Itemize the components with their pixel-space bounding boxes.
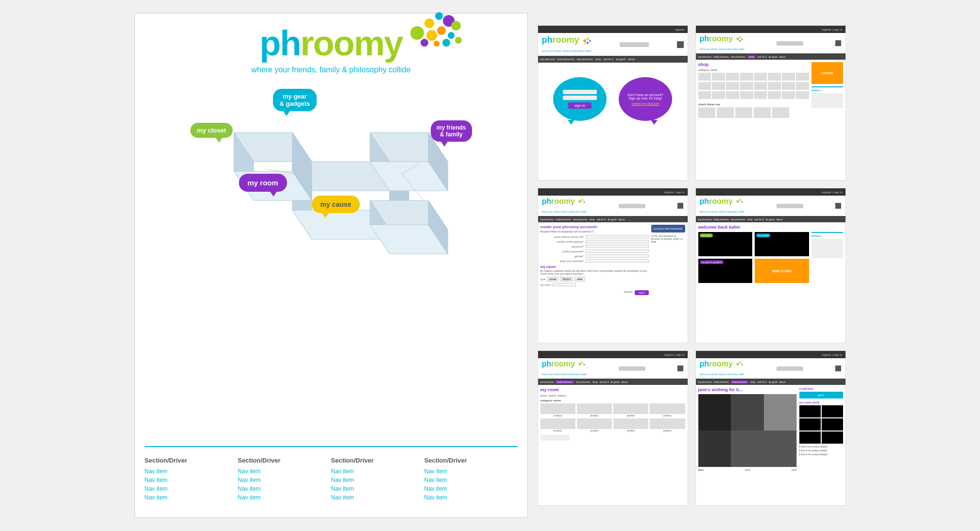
sc-cancel-btn[interactable]: cancel xyxy=(624,290,632,295)
sc-nav-myroom-ask[interactable]: ask for it xyxy=(600,381,609,383)
sc-product-8[interactable]: product xyxy=(650,418,685,432)
sc-nav-about[interactable]: about xyxy=(628,58,635,61)
sc-nav-myroom-shop[interactable]: shop xyxy=(592,381,598,383)
sc-shop-item[interactable] xyxy=(740,82,753,90)
sc-nav-shop-build[interactable]: build phrooms xyxy=(713,55,728,58)
nav-item-3-1[interactable]: Nav item xyxy=(331,468,424,475)
sc-search-login[interactable] xyxy=(620,42,649,47)
sc-nav-wishing-shop[interactable]: shop xyxy=(750,381,756,383)
nav-item-1-3[interactable]: Nav item xyxy=(145,485,238,492)
sc-nav-shop-new[interactable]: new phrooms xyxy=(731,55,745,58)
sc-password-input[interactable] xyxy=(563,96,597,100)
sc-nav-shop[interactable]: shop xyxy=(595,58,601,61)
sc-confirm-pw-field[interactable] xyxy=(586,249,649,253)
sc-check-item-2[interactable] xyxy=(717,107,734,118)
nav-item-3-2[interactable]: Nav item xyxy=(331,477,424,483)
sc-product-6[interactable]: product xyxy=(577,418,612,432)
sc-filter-move[interactable]: move xyxy=(541,394,547,397)
sc-nav-welcome-shop[interactable]: shop xyxy=(747,218,753,221)
nav-item-2-1[interactable]: Nav item xyxy=(238,468,331,475)
sc-product-4[interactable]: product xyxy=(650,403,685,417)
sc-check-item-5[interactable] xyxy=(772,107,789,118)
sc-nav-welcome-good[interactable]: do good xyxy=(765,218,774,221)
sc-zip-field[interactable] xyxy=(552,283,576,286)
sc-search-welcome[interactable] xyxy=(777,204,803,208)
sc-type-school[interactable]: school xyxy=(547,277,558,282)
sc-email-field[interactable] xyxy=(586,235,649,238)
sc-contest-box[interactable]: contest xyxy=(811,62,843,84)
sc-password-field[interactable] xyxy=(586,245,649,248)
sc-nav-shop-top[interactable]: top phrooms xyxy=(698,55,712,58)
sc-nav-reg-build[interactable]: build phrooms xyxy=(556,218,571,221)
sc-shop-item[interactable] xyxy=(754,73,767,81)
sc-product-1[interactable]: product xyxy=(541,403,575,417)
sc-nav-myroom-new[interactable]: new phrooms xyxy=(576,381,591,383)
sc-shop-item[interactable] xyxy=(768,73,781,81)
sc-nav-welcome-build[interactable]: build phrooms xyxy=(713,218,728,221)
sc-nav-ask[interactable]: ask for it xyxy=(604,58,614,61)
sc-shop-item[interactable] xyxy=(698,73,711,81)
sc-product-3[interactable]: product xyxy=(613,403,648,417)
sc-nav-wishing-good[interactable]: do good xyxy=(768,381,777,383)
sc-shop-item[interactable] xyxy=(754,91,767,99)
sc-create-account-link[interactable]: create my account xyxy=(631,102,659,105)
sc-shop-item[interactable] xyxy=(726,73,739,81)
nav-item-2-4[interactable]: Nav item xyxy=(238,494,331,501)
sc-shop-item[interactable] xyxy=(782,73,795,81)
sc-shop-item[interactable] xyxy=(712,73,725,81)
sc-shop-item[interactable] xyxy=(726,82,739,90)
sc-nav-shop-shop[interactable]: shop xyxy=(747,55,756,58)
sc-email-input[interactable] xyxy=(563,90,597,94)
sc-nav-reg-good[interactable]: do good xyxy=(608,218,616,221)
sc-wish-item-tr[interactable] xyxy=(764,394,797,431)
sc-welcome-contest[interactable]: WIN $1000 xyxy=(755,259,809,283)
nav-item-3-3[interactable]: Nav item xyxy=(331,485,424,492)
nav-item-3-4[interactable]: Nav item xyxy=(331,494,424,501)
sc-check-item-4[interactable] xyxy=(754,107,771,118)
sc-nav-wishing-ask[interactable]: ask for it xyxy=(758,381,767,383)
sc-type-501[interactable]: 501(c)3 xyxy=(560,277,573,282)
sc-wish-item-br[interactable] xyxy=(731,431,796,467)
sc-shop-item[interactable] xyxy=(796,82,809,90)
nav-item-1-2[interactable]: Nav item xyxy=(145,477,238,483)
sc-shop-item[interactable] xyxy=(782,91,795,99)
sc-nav-reg-top[interactable]: top phrooms xyxy=(541,218,554,221)
sc-shop-item[interactable] xyxy=(712,82,725,90)
sc-gender-field[interactable] xyxy=(586,254,649,258)
sc-nav-reg-about[interactable]: about xyxy=(619,218,625,221)
sc-shop-item[interactable] xyxy=(796,73,809,81)
sc-nav-myroom-about[interactable]: about xyxy=(622,381,628,383)
sc-shop-item[interactable] xyxy=(768,91,781,99)
sc-nav-welcome-new[interactable]: new phrooms xyxy=(731,218,745,221)
sc-filter-distinct[interactable]: distinct xyxy=(558,394,566,397)
sc-wish-item-bl[interactable] xyxy=(698,431,731,467)
sc-shop-item[interactable] xyxy=(754,82,767,90)
sc-nav-myroom-build[interactable]: build phrooms xyxy=(556,381,574,383)
nav-item-4-4[interactable]: Nav item xyxy=(424,494,518,501)
sc-nav-wishing-build[interactable]: build phrooms xyxy=(713,381,728,383)
sc-nav-shop-about[interactable]: about xyxy=(779,55,786,58)
sc-save-btn[interactable]: save xyxy=(635,290,649,295)
sc-nav-wishing-top[interactable]: top phrooms xyxy=(698,381,712,383)
sc-product-7[interactable]: product xyxy=(613,418,648,432)
sc-nav-do-good[interactable]: do good xyxy=(616,58,625,61)
sc-check-item-3[interactable] xyxy=(735,107,752,118)
sc-shop-item[interactable] xyxy=(740,91,753,99)
sc-room-pick-1[interactable] xyxy=(799,405,821,417)
nav-item-1-1[interactable]: Nav item xyxy=(145,468,238,475)
sc-room-pick-4[interactable] xyxy=(822,418,843,431)
sc-nav-welcome-top[interactable]: top phrooms xyxy=(698,218,712,221)
sc-room-pick-2[interactable] xyxy=(822,405,843,417)
sc-search-register[interactable] xyxy=(619,204,645,208)
sc-shop-item[interactable] xyxy=(768,82,781,90)
sc-bday-field[interactable] xyxy=(586,259,649,263)
sc-confirm-email-field[interactable] xyxy=(586,240,649,243)
sc-connect-fb-btn[interactable]: connect with facebook xyxy=(651,225,685,232)
sc-nav-myroom-top[interactable]: top phrooms xyxy=(541,381,554,383)
sc-search-shop[interactable] xyxy=(777,41,803,46)
sc-shop-item[interactable] xyxy=(726,91,739,99)
sc-nav-wishing-new[interactable]: new phrooms xyxy=(731,381,748,383)
sc-shop-item[interactable] xyxy=(740,73,753,81)
sc-shop-item[interactable] xyxy=(712,91,725,99)
sc-shop-item[interactable] xyxy=(782,82,795,90)
